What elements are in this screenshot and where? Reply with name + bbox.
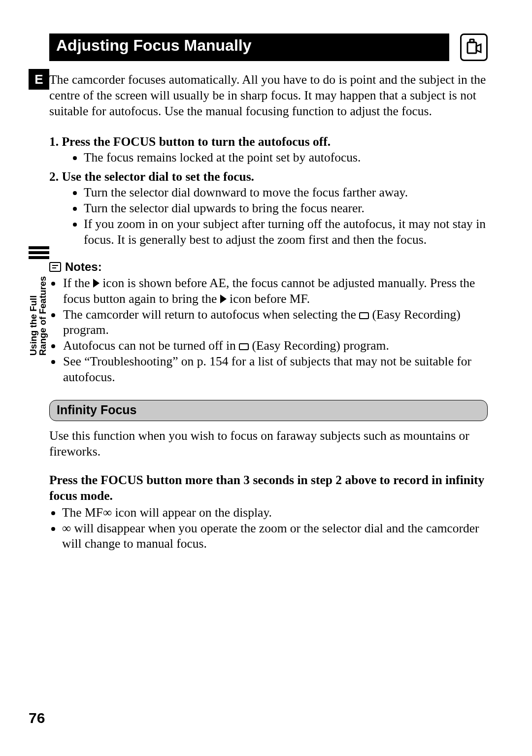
page-title: Adjusting Focus Manually [49, 33, 449, 61]
infinity-step-heading: Press the FOCUS button more than 3 secon… [49, 472, 488, 504]
step-1-bullets: The focus remains locked at the point se… [84, 150, 488, 165]
list-item: The MF∞ icon will appear on the display. [62, 505, 488, 521]
list-item: If you zoom in on your subject after tur… [84, 216, 488, 248]
easy-recording-icon [359, 312, 369, 319]
easy-recording-icon [239, 343, 249, 350]
svg-rect-1 [470, 39, 474, 42]
list-item: Turn the selector dial upwards to bring … [84, 200, 488, 216]
subsection-title: Infinity Focus [49, 400, 488, 421]
list-item: The focus remains locked at the point se… [84, 150, 488, 165]
list-item: The camcorder will return to autofocus w… [62, 307, 488, 338]
infinity-intro: Use this function when you wish to focus… [49, 428, 488, 460]
svg-rect-0 [467, 42, 476, 53]
play-triangle-icon [220, 295, 227, 303]
list-item: See “Troubleshooting” on p. 154 for a li… [62, 354, 488, 385]
step-2-bullets: Turn the selector dial downward to move … [84, 185, 488, 248]
page-number: 76 [29, 710, 45, 726]
notes-heading: Notes: [49, 260, 488, 274]
list-item: ∞ will disappear when you operate the zo… [62, 521, 488, 552]
infinity-bullets: The MF∞ icon will appear on the display.… [62, 505, 488, 552]
notes-list: If the icon is shown before AE, the focu… [62, 275, 488, 385]
list-item: If the icon is shown before AE, the focu… [62, 275, 488, 307]
camera-mode-icon [460, 33, 488, 61]
step-1-heading: 1. Press the FOCUS button to turn the au… [49, 134, 488, 150]
play-triangle-icon [93, 279, 100, 288]
intro-paragraph: The camcorder focuses automatically. All… [49, 72, 488, 119]
step-2-heading: 2. Use the selector dial to set the focu… [49, 169, 488, 185]
list-item: Turn the selector dial downward to move … [84, 185, 488, 200]
notes-icon [49, 262, 61, 272]
list-item: Autofocus can not be turned off in (Easy… [62, 338, 488, 354]
